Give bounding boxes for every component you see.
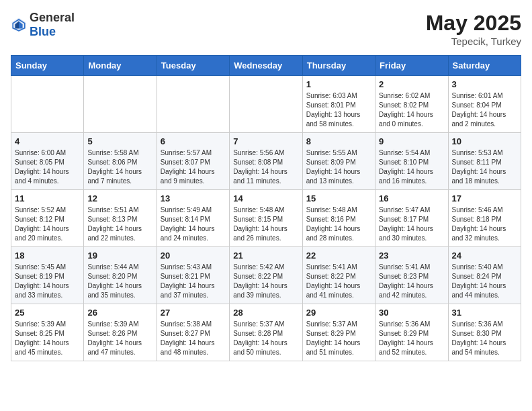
- cell-info: Sunrise: 5:51 AMSunset: 8:13 PMDaylight:…: [87, 205, 152, 243]
- day-number: 5: [87, 136, 152, 146]
- calendar-cell-25: 21Sunrise: 5:42 AMSunset: 8:22 PMDayligh…: [230, 247, 302, 304]
- calendar-week-1: 1Sunrise: 6:03 AMSunset: 8:01 PMDaylight…: [11, 76, 521, 133]
- calendar-cell-14: 10Sunrise: 5:53 AMSunset: 8:11 PMDayligh…: [448, 133, 521, 190]
- cell-info: Sunrise: 5:42 AMSunset: 8:22 PMDaylight:…: [233, 263, 298, 300]
- calendar-cell-27: 23Sunrise: 5:41 AMSunset: 8:23 PMDayligh…: [375, 247, 448, 304]
- day-number: 21: [233, 250, 298, 261]
- day-number: 10: [452, 136, 517, 146]
- calendar-cell-10: 6Sunrise: 5:57 AMSunset: 8:07 PMDaylight…: [157, 133, 229, 190]
- cell-info: Sunrise: 5:57 AMSunset: 8:07 PMDaylight:…: [161, 148, 226, 186]
- weekday-header-monday: Monday: [84, 56, 157, 76]
- calendar-cell-31: 27Sunrise: 5:38 AMSunset: 8:27 PMDayligh…: [157, 304, 229, 361]
- location: Tepecik, Turkey: [426, 36, 521, 47]
- day-number: 18: [15, 250, 80, 261]
- calendar-cell-8: 4Sunrise: 6:00 AMSunset: 8:05 PMDaylight…: [11, 133, 84, 190]
- cell-info: Sunrise: 5:36 AMSunset: 8:29 PMDaylight:…: [379, 320, 444, 357]
- calendar-cell-15: 11Sunrise: 5:52 AMSunset: 8:12 PMDayligh…: [11, 190, 84, 247]
- cell-info: Sunrise: 5:48 AMSunset: 8:15 PMDaylight:…: [233, 205, 298, 243]
- calendar-cell-1: [11, 76, 84, 133]
- day-number: 9: [379, 136, 444, 146]
- cell-info: Sunrise: 5:43 AMSunset: 8:21 PMDaylight:…: [161, 263, 226, 300]
- weekday-header-row: SundayMondayTuesdayWednesdayThursdayFrid…: [11, 56, 521, 76]
- cell-info: Sunrise: 5:41 AMSunset: 8:22 PMDaylight:…: [306, 263, 371, 300]
- weekday-header-tuesday: Tuesday: [157, 56, 229, 76]
- weekday-header-saturday: Saturday: [448, 56, 521, 76]
- weekday-header-thursday: Thursday: [302, 56, 375, 76]
- calendar-cell-33: 29Sunrise: 5:37 AMSunset: 8:29 PMDayligh…: [302, 304, 375, 361]
- day-number: 31: [452, 308, 517, 318]
- calendar-cell-17: 13Sunrise: 5:49 AMSunset: 8:14 PMDayligh…: [157, 190, 229, 247]
- calendar-cell-24: 20Sunrise: 5:43 AMSunset: 8:21 PMDayligh…: [157, 247, 229, 304]
- day-number: 15: [306, 193, 371, 203]
- day-number: 3: [452, 79, 517, 89]
- day-number: 19: [87, 250, 152, 261]
- cell-info: Sunrise: 5:49 AMSunset: 8:14 PMDaylight:…: [161, 205, 226, 243]
- calendar-week-2: 4Sunrise: 6:00 AMSunset: 8:05 PMDaylight…: [11, 133, 521, 190]
- day-number: 14: [233, 193, 298, 203]
- logo-text: General Blue: [30, 11, 75, 39]
- calendar-cell-6: 2Sunrise: 6:02 AMSunset: 8:02 PMDaylight…: [375, 76, 448, 133]
- calendar-cell-22: 18Sunrise: 5:45 AMSunset: 8:19 PMDayligh…: [11, 247, 84, 304]
- cell-info: Sunrise: 6:00 AMSunset: 8:05 PMDaylight:…: [15, 148, 80, 186]
- cell-info: Sunrise: 5:47 AMSunset: 8:17 PMDaylight:…: [379, 205, 444, 243]
- header: General Blue May 2025 Tepecik, Turkey: [11, 11, 521, 47]
- calendar-cell-18: 14Sunrise: 5:48 AMSunset: 8:15 PMDayligh…: [230, 190, 302, 247]
- cell-info: Sunrise: 5:46 AMSunset: 8:18 PMDaylight:…: [452, 205, 517, 243]
- calendar-cell-28: 24Sunrise: 5:40 AMSunset: 8:24 PMDayligh…: [448, 247, 521, 304]
- cell-info: Sunrise: 5:56 AMSunset: 8:08 PMDaylight:…: [233, 148, 298, 186]
- calendar-week-4: 18Sunrise: 5:45 AMSunset: 8:19 PMDayligh…: [11, 247, 521, 304]
- day-number: 13: [161, 193, 226, 203]
- cell-info: Sunrise: 5:39 AMSunset: 8:26 PMDaylight:…: [87, 320, 152, 357]
- calendar-cell-26: 22Sunrise: 5:41 AMSunset: 8:22 PMDayligh…: [302, 247, 375, 304]
- day-number: 20: [161, 250, 226, 261]
- cell-info: Sunrise: 5:52 AMSunset: 8:12 PMDaylight:…: [15, 205, 80, 243]
- calendar-cell-19: 15Sunrise: 5:48 AMSunset: 8:16 PMDayligh…: [302, 190, 375, 247]
- cell-info: Sunrise: 5:55 AMSunset: 8:09 PMDaylight:…: [306, 148, 371, 186]
- day-number: 30: [379, 308, 444, 318]
- day-number: 1: [306, 79, 371, 89]
- day-number: 27: [161, 308, 226, 318]
- weekday-header-sunday: Sunday: [11, 56, 84, 76]
- cell-info: Sunrise: 5:38 AMSunset: 8:27 PMDaylight:…: [161, 320, 226, 357]
- calendar-week-5: 25Sunrise: 5:39 AMSunset: 8:25 PMDayligh…: [11, 304, 521, 361]
- day-number: 12: [87, 193, 152, 203]
- calendar-cell-2: [84, 76, 157, 133]
- cell-info: Sunrise: 5:54 AMSunset: 8:10 PMDaylight:…: [379, 148, 444, 186]
- logo-general: General: [30, 11, 75, 24]
- cell-info: Sunrise: 5:37 AMSunset: 8:28 PMDaylight:…: [233, 320, 298, 357]
- calendar-table: SundayMondayTuesdayWednesdayThursdayFrid…: [11, 55, 521, 361]
- day-number: 2: [379, 79, 444, 89]
- calendar-cell-9: 5Sunrise: 5:58 AMSunset: 8:06 PMDaylight…: [84, 133, 157, 190]
- cell-info: Sunrise: 6:02 AMSunset: 8:02 PMDaylight:…: [379, 91, 444, 129]
- calendar-cell-16: 12Sunrise: 5:51 AMSunset: 8:13 PMDayligh…: [84, 190, 157, 247]
- calendar-cell-21: 17Sunrise: 5:46 AMSunset: 8:18 PMDayligh…: [448, 190, 521, 247]
- cell-info: Sunrise: 6:01 AMSunset: 8:04 PMDaylight:…: [452, 91, 517, 129]
- calendar-cell-3: [157, 76, 229, 133]
- day-number: 11: [15, 193, 80, 203]
- weekday-header-friday: Friday: [375, 56, 448, 76]
- cell-info: Sunrise: 5:41 AMSunset: 8:23 PMDaylight:…: [379, 263, 444, 300]
- calendar-cell-4: [230, 76, 302, 133]
- day-number: 17: [452, 193, 517, 203]
- day-number: 7: [233, 136, 298, 146]
- day-number: 23: [379, 250, 444, 261]
- calendar-cell-20: 16Sunrise: 5:47 AMSunset: 8:17 PMDayligh…: [375, 190, 448, 247]
- day-number: 6: [161, 136, 226, 146]
- day-number: 22: [306, 250, 371, 261]
- cell-info: Sunrise: 5:40 AMSunset: 8:24 PMDaylight:…: [452, 263, 517, 300]
- day-number: 26: [87, 308, 152, 318]
- cell-info: Sunrise: 5:45 AMSunset: 8:19 PMDaylight:…: [15, 263, 80, 300]
- cell-info: Sunrise: 5:37 AMSunset: 8:29 PMDaylight:…: [306, 320, 371, 357]
- calendar-cell-32: 28Sunrise: 5:37 AMSunset: 8:28 PMDayligh…: [230, 304, 302, 361]
- day-number: 25: [15, 308, 80, 318]
- calendar-cell-35: 31Sunrise: 5:36 AMSunset: 8:30 PMDayligh…: [448, 304, 521, 361]
- calendar-cell-12: 8Sunrise: 5:55 AMSunset: 8:09 PMDaylight…: [302, 133, 375, 190]
- calendar-cell-34: 30Sunrise: 5:36 AMSunset: 8:29 PMDayligh…: [375, 304, 448, 361]
- day-number: 8: [306, 136, 371, 146]
- calendar-cell-5: 1Sunrise: 6:03 AMSunset: 8:01 PMDaylight…: [302, 76, 375, 133]
- calendar-cell-29: 25Sunrise: 5:39 AMSunset: 8:25 PMDayligh…: [11, 304, 84, 361]
- day-number: 29: [306, 308, 371, 318]
- day-number: 24: [452, 250, 517, 261]
- calendar-cell-30: 26Sunrise: 5:39 AMSunset: 8:26 PMDayligh…: [84, 304, 157, 361]
- calendar-cell-13: 9Sunrise: 5:54 AMSunset: 8:10 PMDaylight…: [375, 133, 448, 190]
